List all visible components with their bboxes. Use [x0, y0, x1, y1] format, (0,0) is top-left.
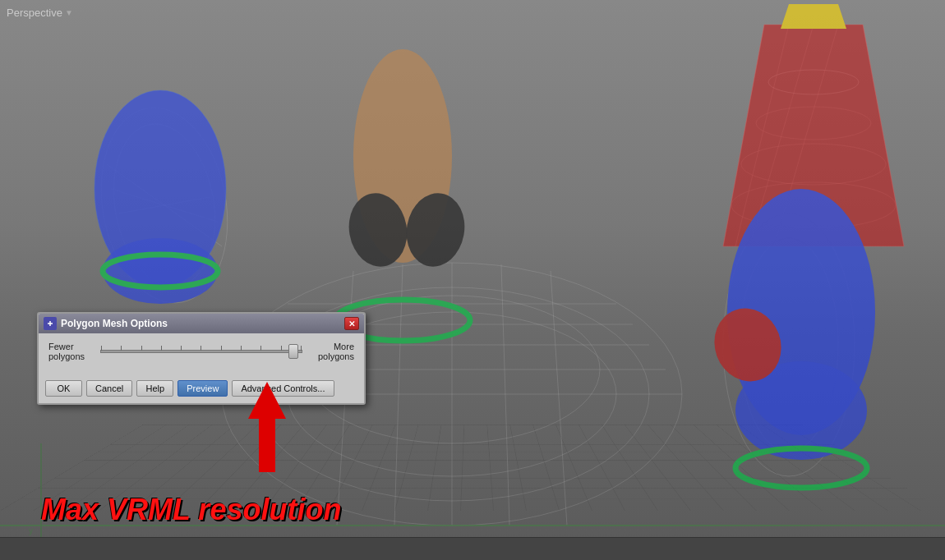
perspective-dropdown-arrow: ▼	[65, 8, 73, 17]
dialog-body: Fewerpolygons	[39, 333, 364, 376]
preview-button[interactable]: Preview	[177, 380, 228, 397]
dialog-titlebar: Polygon Mesh Options ✕	[39, 314, 364, 333]
slider-track[interactable]	[100, 350, 302, 353]
dialog-title-text: Polygon Mesh Options	[61, 318, 168, 329]
slider-row: Fewerpolygons	[48, 342, 354, 361]
help-button[interactable]: Help	[136, 380, 173, 397]
dialog-close-button[interactable]: ✕	[344, 317, 359, 330]
dialog-title-left: Polygon Mesh Options	[44, 317, 168, 330]
vrml-annotation-text: Max VRML resolution	[41, 493, 341, 527]
slider-thumb[interactable]	[288, 344, 298, 359]
dialog-icon	[44, 317, 57, 330]
perspective-label[interactable]: Perspective ▼	[7, 7, 73, 19]
svg-marker-50	[248, 382, 286, 472]
slider-label-fewer: Fewerpolygons	[48, 342, 94, 361]
arrow-svg	[247, 382, 288, 472]
perspective-text: Perspective	[7, 7, 62, 19]
slider-ticks	[101, 346, 302, 351]
bottom-toolbar	[0, 537, 945, 560]
polygon-mesh-dialog: Polygon Mesh Options ✕ Fewerpolygons	[37, 312, 366, 405]
ok-button[interactable]: OK	[45, 380, 82, 397]
slider-container[interactable]	[100, 350, 302, 353]
3d-viewport[interactable]: y x Perspective ▼ Polygon Mesh Options ✕	[0, 0, 945, 560]
cancel-button[interactable]: Cancel	[86, 380, 132, 397]
slider-label-more: Morepolygons	[309, 342, 354, 361]
dialog-buttons: OK Cancel Help Preview Advanced Controls…	[39, 376, 364, 403]
annotation-arrow	[247, 382, 288, 472]
